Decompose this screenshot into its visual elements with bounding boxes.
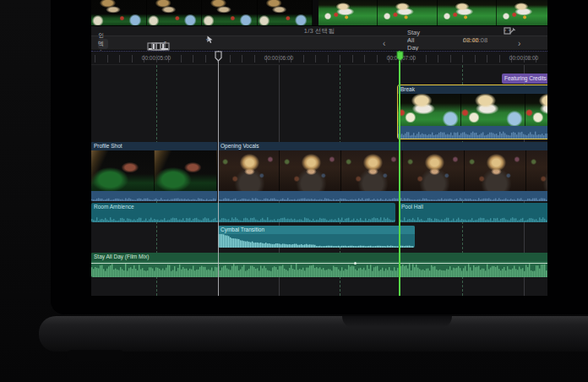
ruler-timecode-label: 00:00:05:00	[142, 55, 171, 61]
ruler-tick	[487, 55, 487, 63]
ruler-tick	[95, 55, 95, 63]
ruler-tick	[205, 55, 206, 63]
ruler-tick	[462, 55, 463, 63]
ruler-tick	[426, 55, 427, 63]
ruler-timecode-label: 00:00:08:00	[509, 55, 538, 61]
app-display: 1/3 선택됨 ▾ ▾ 인덱스 ▾	[91, 0, 547, 296]
ruler-tick	[450, 55, 451, 63]
timeline-toolbar: 인덱스 ▾ ▾ ‹ Stay All Day ▾ 08:06 / 02:42:0…	[91, 35, 547, 51]
audio-waveform	[91, 215, 395, 222]
filmstrip-frame	[525, 94, 547, 128]
ruler-tick	[132, 55, 133, 63]
clip-featuring-credits[interactable]: Featuring Credits	[502, 74, 547, 84]
selection-status: 1/3 선택됨	[304, 27, 335, 35]
next-project-button[interactable]: ›	[518, 40, 520, 48]
ruler-tick	[107, 55, 108, 63]
clip-audio-band	[91, 191, 217, 201]
clip-filmstrip	[398, 94, 547, 128]
filmstrip-frame	[526, 150, 547, 191]
browser-filmstrip-area	[91, 0, 547, 25]
ruler-tick	[254, 55, 255, 63]
clip-label: Pool Hall	[399, 203, 547, 211]
filmstrip-frame	[280, 150, 341, 191]
timecode-total: 02:42:08	[463, 36, 487, 44]
index-button[interactable]: 인덱스	[98, 39, 108, 49]
chevron-down-icon: ▾	[407, 38, 410, 43]
ruler-tick	[352, 55, 353, 63]
filmstrip-frame	[147, 0, 203, 25]
filmstrip-frame	[318, 0, 378, 25]
filmstrip-frame	[403, 150, 465, 191]
timeline-ruler[interactable]: 00:00:05:0000:00:06:0000:00:07:0000:00:0…	[91, 51, 547, 65]
browser-clip[interactable]	[318, 0, 547, 25]
filmstrip-frame	[497, 0, 547, 25]
ruler-tick	[340, 55, 340, 63]
volume-keyframe[interactable]	[354, 262, 357, 265]
clip-filmstrip	[91, 150, 217, 191]
clip-opening-vocals[interactable]: Opening Vocals	[218, 142, 547, 201]
clip-label: Break	[398, 85, 547, 94]
audio-waveform	[91, 194, 217, 201]
filmstrip-frame	[341, 150, 403, 191]
filmstrip-frame	[378, 0, 437, 25]
ruler-tick	[193, 55, 193, 63]
audio-waveform	[398, 128, 547, 139]
ruler-tick	[438, 55, 438, 63]
audio-waveform	[218, 194, 547, 201]
clip-profile-shot[interactable]: Profile Shot	[91, 142, 217, 201]
macbook-scene: 1/3 선택됨 ▾ ▾ 인덱스 ▾	[0, 0, 588, 382]
clip-room-ambience[interactable]: Room Ambience	[91, 203, 395, 222]
clip-audio-band	[218, 191, 547, 201]
filmstrip-frame	[91, 0, 147, 25]
browser-clip[interactable]	[91, 0, 313, 25]
filmstrip-frame	[155, 150, 218, 191]
laptop-base	[39, 316, 588, 352]
chevron-down-icon: ▾	[504, 28, 506, 33]
laptop-lid-scoop	[342, 316, 452, 329]
ruler-tick	[181, 55, 182, 63]
volume-line[interactable]	[91, 263, 547, 264]
filmstrip-frame	[398, 94, 461, 128]
filmstrip-frame	[465, 150, 526, 191]
audio-waveform	[218, 234, 415, 248]
chevron-down-icon: ▾	[509, 28, 511, 33]
clip-label: Cymbal Transition	[218, 226, 415, 234]
clip-cymbal-transition[interactable]: Cymbal Transition	[218, 226, 415, 248]
laptop-screen-bezel: 1/3 선택됨 ▾ ▾ 인덱스 ▾	[51, 0, 588, 314]
filmstrip-frame	[202, 0, 258, 25]
clip-label: Stay All Day (Film Mix)	[91, 253, 547, 261]
filmstrip-frame	[438, 0, 497, 25]
chevron-down-icon: ▾	[206, 37, 209, 42]
filmstrip-frame	[218, 150, 280, 191]
clip-pool-hall[interactable]: Pool Hall	[399, 203, 547, 222]
skimmer-pin[interactable]	[396, 51, 404, 62]
playhead[interactable]	[218, 51, 219, 296]
playhead-pin[interactable]	[215, 51, 222, 62]
laptop-rubber-foot	[66, 350, 125, 361]
audio-waveform	[399, 215, 547, 222]
clip-audio-band	[398, 126, 547, 139]
viewer-tool-icons: ▾ ▾	[504, 25, 547, 36]
edit-icons-group: ▾	[147, 40, 166, 45]
ruler-tick	[303, 55, 304, 63]
ruler-tick	[242, 55, 242, 63]
audio-waveform	[91, 262, 547, 277]
filmstrip-frame	[461, 94, 525, 128]
ruler-timecode-label: 00:00:06:00	[264, 55, 293, 61]
clip-label: Profile Shot	[91, 142, 217, 150]
clip-break[interactable]: Break	[397, 85, 547, 139]
ruler-tick	[377, 55, 378, 63]
clip-label: Opening Vocals	[218, 142, 547, 150]
filmstrip-frame	[91, 150, 155, 191]
clip-stay-all-day[interactable]: Stay All Day (Film Mix)	[91, 253, 547, 277]
prev-project-button[interactable]: ‹	[383, 40, 385, 48]
ruler-tick	[364, 55, 365, 63]
ruler-tick	[499, 55, 500, 63]
clip-filmstrip	[218, 150, 547, 191]
clip-label: Room Ambience	[91, 203, 395, 211]
ruler-tick	[475, 55, 476, 63]
timeline-tracks: Featuring CreditsBreakProfile ShotOpenin…	[91, 65, 547, 296]
browser-status-bar: 1/3 선택됨	[91, 25, 547, 35]
skimmer[interactable]	[399, 51, 400, 296]
filmstrip-frame	[258, 0, 313, 25]
